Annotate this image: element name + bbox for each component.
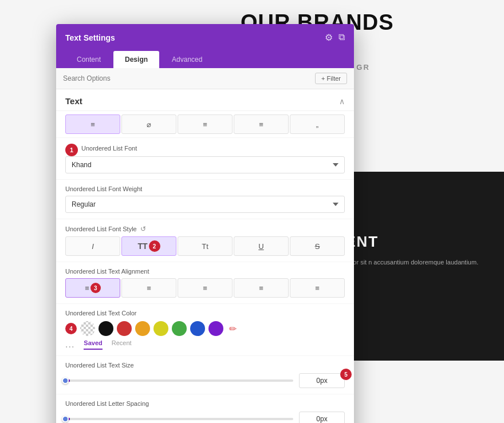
unordered-list-font-weight-select[interactable]: Regular Bold Light: [65, 196, 345, 213]
color-swatch-transparent[interactable]: [80, 321, 95, 336]
color-swatches: 4 ✏: [65, 321, 345, 336]
filter-button[interactable]: + Filter: [315, 73, 347, 84]
unordered-list-font-weight-group: Unordered List Font Weight Regular Bold …: [56, 180, 354, 219]
align-left-btn[interactable]: ≡ 3: [65, 278, 120, 298]
unordered-list-text-size-label: Unordered List Text Size: [65, 362, 345, 369]
text-size-slider-row: 0px 5: [65, 373, 345, 388]
unordered-list-font-label: Unordered List Font: [81, 145, 137, 152]
color-tabs: ... Saved Recent: [65, 339, 345, 350]
unordered-list-font-style-group: Unordered List Font Style ↺ I TT 2 Tt U …: [56, 219, 354, 262]
unordered-list-text-color-group: Unordered List Text Color 4 ✏ ... Saved …: [56, 304, 354, 356]
bold-btn[interactable]: TT 2: [121, 236, 176, 256]
search-input[interactable]: [63, 74, 315, 82]
unordered-list-font-style-label: Unordered List Font Style ↺: [65, 225, 345, 233]
unordered-list-font-weight-label: Unordered List Font Weight: [65, 185, 345, 192]
text-settings-modal: Text Settings ⚙ ⧉ Content Design Advance…: [56, 24, 354, 423]
color-tab-recent[interactable]: Recent: [112, 339, 132, 350]
badge-4: 4: [65, 323, 77, 334]
ordered-list-icon[interactable]: ≡: [234, 114, 289, 134]
badge-3: 3: [90, 283, 101, 293]
color-more-dots[interactable]: ...: [65, 339, 74, 350]
search-bar: + Filter: [56, 68, 354, 89]
underline-btn[interactable]: U: [234, 236, 289, 256]
color-swatch-black[interactable]: [99, 321, 113, 336]
unordered-list-text-color-label: Unordered List Text Color: [65, 310, 345, 317]
color-swatch-yellow[interactable]: [153, 321, 168, 336]
unordered-list-text-size-group: Unordered List Text Size 0px 5: [56, 356, 354, 394]
color-pen-icon[interactable]: ✏: [229, 323, 237, 334]
align-center-btn[interactable]: ≡: [121, 278, 176, 298]
unordered-list-letter-spacing-group: Unordered List Letter Spacing 0px: [56, 394, 354, 423]
color-swatch-orange[interactable]: [135, 321, 150, 336]
strikethrough-btn[interactable]: S: [290, 236, 345, 256]
color-tab-saved[interactable]: Saved: [84, 339, 102, 350]
expand-icon[interactable]: ⧉: [338, 32, 345, 43]
modal-content: Text ∧ ≡ ⌀ ≡ ≡ „ 1 Unordered List Font K…: [56, 89, 354, 423]
reset-font-style-icon[interactable]: ↺: [140, 225, 146, 233]
letter-spacing-input[interactable]: 0px: [299, 412, 345, 423]
align-icon-1[interactable]: ≡: [65, 114, 120, 134]
text-size-input-wrapper: 0px 5: [299, 373, 345, 388]
font-style-buttons: I TT 2 Tt U S: [65, 236, 345, 256]
tab-advanced[interactable]: Advanced: [160, 51, 214, 68]
align-right-btn[interactable]: ≡: [178, 278, 233, 298]
italic-btn[interactable]: I: [65, 236, 120, 256]
chevron-up-icon: ∧: [339, 97, 345, 106]
text-size-slider-thumb[interactable]: [62, 377, 69, 384]
tab-design[interactable]: Design: [113, 51, 159, 68]
unordered-list-font-group: 1 Unordered List Font Khand Open Sans Ro…: [56, 138, 354, 180]
letter-spacing-slider[interactable]: [65, 418, 293, 420]
modal-header-icons: ⚙ ⧉: [325, 32, 345, 43]
letter-spacing-slider-row: 0px: [65, 412, 345, 423]
unordered-list-text-alignment-group: Unordered List Text Alignment ≡ 3 ≡ ≡ ≡ …: [56, 262, 354, 304]
unordered-list-font-select[interactable]: Khand Open Sans Roboto: [65, 156, 345, 173]
settings-icon[interactable]: ⚙: [325, 32, 333, 43]
text-size-input[interactable]: 0px: [299, 373, 345, 388]
modal-tabs: Content Design Advanced: [56, 51, 354, 68]
modal-title: Text Settings: [65, 33, 115, 42]
badge-5: 5: [340, 369, 352, 380]
unordered-list-text-alignment-label: Unordered List Text Alignment: [65, 268, 345, 275]
color-swatch-blue[interactable]: [190, 321, 205, 336]
color-swatch-purple[interactable]: [208, 321, 223, 336]
color-swatch-red[interactable]: [117, 321, 132, 336]
list-icon[interactable]: ≡: [178, 114, 233, 134]
align-justify-btn[interactable]: ≡: [290, 278, 345, 298]
badge-1: 1: [65, 144, 78, 156]
text-alignment-buttons: ≡ 3 ≡ ≡ ≡ ≡: [65, 278, 345, 298]
unordered-list-letter-spacing-label: Unordered List Letter Spacing: [65, 400, 345, 407]
strikethrough-icon[interactable]: ⌀: [121, 114, 176, 134]
modal-header: Text Settings ⚙ ⧉: [56, 24, 354, 51]
align-justify-left-btn[interactable]: ≡: [234, 278, 289, 298]
badge-2: 2: [149, 240, 160, 252]
letter-spacing-slider-thumb[interactable]: [62, 416, 69, 422]
logo-gr: GR: [356, 63, 370, 72]
format-icon-row: ≡ ⌀ ≡ ≡ „: [56, 111, 354, 138]
section-title: Text: [65, 96, 82, 106]
quote-icon[interactable]: „: [290, 114, 345, 134]
text-section-header[interactable]: Text ∧: [56, 89, 354, 111]
title-case-btn[interactable]: Tt: [178, 236, 233, 256]
text-size-slider[interactable]: [65, 379, 293, 382]
color-swatch-green[interactable]: [172, 321, 187, 336]
tab-content[interactable]: Content: [65, 51, 112, 68]
